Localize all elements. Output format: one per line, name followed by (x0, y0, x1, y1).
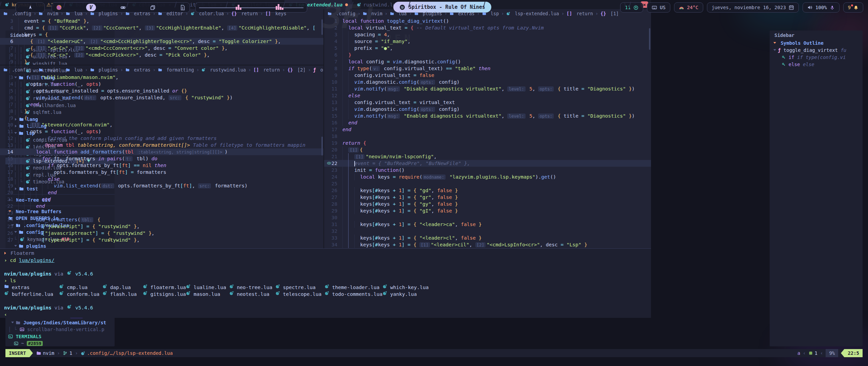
folder-icon (36, 351, 41, 355)
scrollbar[interactable] (649, 28, 650, 50)
line-number: 24 (324, 174, 342, 180)
lua-icon (186, 291, 191, 296)
editor-pane-color-keymaps[interactable]: .config› nvim› lua› plugins› extras› edi… (0, 9, 323, 65)
floaterm-terminal[interactable]: Floaterm › cd lua/plugins/nvim/lua/plugi… (0, 248, 651, 318)
breadcrumb-item: return (239, 11, 258, 16)
code-line-26: 26 ["javascriptreact"] = { "rustywind" }… (0, 230, 323, 237)
lua-icon (4, 291, 9, 296)
outline-keyword: else (789, 62, 800, 67)
symbol-icon: {} (600, 11, 606, 16)
repo-name: nvim (43, 350, 55, 356)
lua-icon (143, 291, 147, 296)
lua-icon (382, 284, 387, 289)
branch-count: 1 (70, 350, 72, 356)
code-line-1: 1local function toggle_diag_virtext() (324, 18, 651, 24)
code-text: local keys = require(modname: "lazyvim.p… (342, 174, 651, 180)
symbol-icon: {} (231, 11, 237, 16)
code-line-17: 17end (324, 126, 651, 133)
code-text: else (18, 176, 323, 182)
line-number: 17 (0, 169, 18, 176)
line-number: 29 (324, 207, 342, 214)
lua-icon (81, 351, 85, 355)
breadcrumb-item: editor (164, 11, 183, 16)
lua-icon (59, 284, 64, 289)
lua-icon (506, 12, 510, 16)
code-line-6: 6 } (324, 52, 651, 58)
item-label: scrollbar-handle-vertical.p (24, 327, 104, 332)
code-line-23: 23 (0, 209, 323, 216)
editor-pane-lsp-extended[interactable]: .config› nvim› lua› plugins› extras› lsp… (324, 9, 651, 248)
code-line-21: 21 [1]"neovim/nvim-lspconfig", (324, 153, 651, 160)
breadcrumb-item: [1] (608, 11, 619, 16)
code-text: keys[#keys + 1] = { "gr", false } (342, 194, 651, 201)
lua-icon (324, 284, 329, 289)
chevron-down-icon (11, 322, 14, 323)
code-line-10: 10 [1]"stevearc/conform.nvim", (0, 121, 323, 128)
clock-widget[interactable]: jueves, noviembre 16, 2023 (707, 2, 799, 13)
line-number: 4 (0, 24, 18, 31)
terminals-header[interactable]: TERMINALS (5, 333, 115, 340)
line-number: 3 (0, 74, 18, 81)
line-number: 27 (0, 237, 18, 243)
outline-suffix: else (800, 62, 814, 67)
line-number: 18 (324, 133, 342, 140)
breadcrumb-separator: › (60, 11, 64, 16)
sidebar-item-juegos-indies-steamlibrary-st[interactable]: Juegos/Indies/SteamLibrary/st (5, 319, 115, 326)
weather-indicator[interactable]: 24°C (674, 2, 703, 13)
breadcrumb-separator: › (120, 11, 124, 16)
tree-guide (8, 320, 11, 325)
symbols-outline-header[interactable]: Symbols Outline (770, 39, 863, 46)
file-entry: conform.lua (64, 291, 102, 298)
line-number: 25 (324, 180, 342, 187)
line-number: 15 (0, 155, 18, 162)
outline-item-2[interactable]: else else (770, 61, 863, 68)
terminal-item-2859[interactable]: ~#2859 (5, 340, 115, 346)
code-text: vim.list_extend(dst: opts.formatters_by_… (18, 182, 323, 189)
code-text: --- Extend the conform plugin config and… (18, 135, 323, 142)
folder-icon (3, 68, 7, 72)
outline-item-0[interactable]: ƒ toggle_diag_virtext fu (770, 46, 863, 54)
file-entry: neotest.lua (234, 291, 275, 298)
line-number: 5 (0, 31, 18, 38)
code-text: local config = vim.diagnostic.config() (342, 58, 651, 65)
code-text: source = "if_many", (342, 38, 651, 45)
outline-suffix: if type(config.vi (794, 55, 846, 60)
line-number: 6 (0, 38, 18, 45)
line-number: 11 (0, 128, 18, 135)
right-sidebar-title: Sidebar (770, 30, 863, 39)
volume-indicator[interactable]: 100% (803, 2, 840, 13)
line-number: 31 (324, 221, 342, 228)
notifications-indicator[interactable]: 9 (843, 2, 863, 13)
repo-segment: nvim (36, 350, 55, 356)
symbol-icon: [] (265, 11, 271, 16)
code-text: ---@param tbl table<string, conform.Form… (18, 142, 323, 148)
code-text: [1]"stevearc/conform.nvim", (18, 121, 323, 128)
file-entry: extras (9, 284, 59, 291)
code-text: [1]{ (342, 146, 651, 153)
mode-arrow (29, 349, 33, 357)
outline-item-1[interactable]: if if type(config.vi (770, 54, 863, 61)
line-number: 21 (324, 153, 342, 160)
folder-icon (39, 12, 43, 16)
breadcrumb-item: plugins (96, 67, 118, 73)
sidebar-item-scrollbar-handle-vertical-p[interactable]: │ └ scrollbar-handle-vertical.p (5, 326, 115, 333)
line-number: 5 (324, 45, 342, 52)
line-number: 23 (324, 167, 342, 174)
topbar-indicators: 11US24°Cjueves, noviembre 16, 2023100%9 (620, 0, 863, 15)
kbd-icon (652, 5, 657, 10)
line-number: 9 (0, 58, 18, 65)
code-line-28: 28 keys[#keys + 1] = { "gy", false } (324, 201, 651, 207)
folder-icon (450, 12, 454, 16)
scrollbar[interactable] (321, 137, 323, 156)
visualizer-baseline (199, 7, 303, 8)
breadcrumb-separator: › (152, 67, 156, 73)
file-entry: todo-comments.lua (329, 291, 382, 298)
terminal-line-4: extras cmp.lua dap.lua floaterm.lua lual… (0, 284, 651, 291)
outline-label: toggle_diag_virtext (784, 47, 838, 53)
breadcrumb-separator: › (476, 11, 480, 16)
editor-pane-rustywind[interactable]: .config› nvim› lua› plugins› extras› for… (0, 65, 323, 248)
scrollbar[interactable] (321, 19, 323, 35)
code-line-7: 7 end, (0, 101, 323, 108)
symbol-icon: {} (288, 67, 293, 73)
breadcrumb-separator: › (500, 11, 505, 16)
